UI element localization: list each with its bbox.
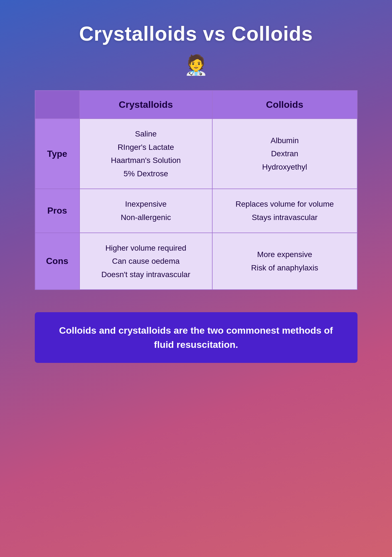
footer-banner: Colloids and crystalloids are the two co…: [35, 312, 358, 363]
crystalloids-cons-cell: Higher volume requiredCan cause oedemaDo…: [80, 233, 212, 290]
comparison-table: Crystalloids Colloids Type SalineRInger'…: [35, 90, 358, 290]
crystalloids-type-cell: SalineRInger's LactateHaartman's Solutio…: [80, 119, 212, 189]
table-header-crystalloids: Crystalloids: [80, 91, 212, 119]
table-row-type: Type SalineRInger's LactateHaartman's So…: [35, 119, 357, 189]
row-label-type: Type: [35, 119, 80, 189]
colloids-pros-cell: Replaces volume for volumeStays intravas…: [212, 189, 357, 233]
row-label-pros: Pros: [35, 189, 80, 233]
table-header-colloids: Colloids: [212, 91, 357, 119]
row-label-cons: Cons: [35, 233, 80, 290]
footer-text: Colloids and crystalloids are the two co…: [51, 323, 341, 352]
table-header-label: [35, 91, 80, 119]
colloids-type-cell: AlbuminDextranHydroxyethyl: [212, 119, 357, 189]
page-title: Crystalloids vs Colloids: [79, 22, 313, 45]
doctor-icon: 🧑‍⚕️: [184, 53, 208, 76]
crystalloids-pros-cell: InexpensiveNon-allergenic: [80, 189, 212, 233]
table-row-cons: Cons Higher volume requiredCan cause oed…: [35, 233, 357, 290]
colloids-cons-cell: More expensiveRisk of anaphylaxis: [212, 233, 357, 290]
table-row-pros: Pros InexpensiveNon-allergenic Replaces …: [35, 189, 357, 233]
